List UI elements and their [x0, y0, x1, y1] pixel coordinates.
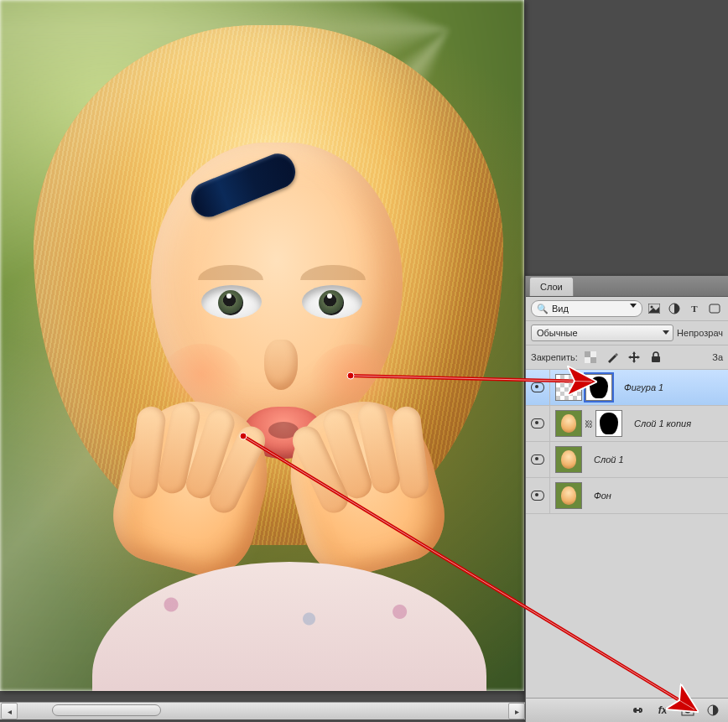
layer-thumbnail[interactable] — [555, 410, 582, 437]
svg-rect-7 — [585, 357, 590, 363]
layer-filter-row: 🔍 Вид T — [526, 297, 728, 321]
layer-mask-thumbnail[interactable] — [595, 410, 622, 437]
layer-name[interactable]: Фон — [587, 491, 611, 501]
lock-row: Закрепить: За — [526, 345, 728, 370]
search-icon: 🔍 — [537, 304, 549, 314]
filter-adjust-icon[interactable] — [666, 300, 683, 317]
svg-rect-9 — [635, 709, 640, 711]
layer-row[interactable]: Фигура 1 — [526, 370, 728, 406]
layer-thumbnail[interactable] — [555, 446, 582, 473]
blend-mode-select[interactable]: Обычные — [531, 325, 673, 341]
layer-filter-value: Вид — [552, 304, 569, 314]
lock-transparent-icon[interactable] — [581, 349, 600, 366]
scroll-left-button[interactable]: ◂ — [1, 703, 18, 719]
document-canvas[interactable] — [0, 0, 524, 691]
layer-row[interactable]: Слой 1 — [526, 442, 728, 478]
visibility-toggle[interactable] — [526, 442, 550, 477]
opacity-label: Непрозрач — [677, 328, 723, 338]
svg-rect-8 — [652, 356, 660, 362]
svg-rect-5 — [590, 357, 596, 363]
lock-move-icon[interactable] — [625, 349, 643, 366]
lock-label: Закрепить: — [531, 352, 578, 362]
scrollbar-track[interactable] — [18, 704, 507, 719]
visibility-toggle[interactable] — [526, 478, 550, 513]
layers-panel: Слои 🔍 Вид T Обычные Непрозрач Закрепить… — [525, 276, 728, 722]
eye-icon — [531, 418, 544, 429]
new-adjust-button[interactable] — [703, 701, 723, 719]
layer-mask-thumbnail[interactable] — [585, 374, 612, 401]
scroll-right-button[interactable]: ▸ — [508, 703, 525, 719]
fill-label: За — [712, 352, 723, 362]
filter-shape-icon[interactable] — [706, 300, 723, 317]
svg-rect-4 — [585, 351, 590, 357]
panel-bottom-bar: fx — [526, 698, 728, 722]
layer-row[interactable]: Фон — [526, 478, 728, 514]
filter-text-icon[interactable]: T — [686, 300, 703, 317]
eye-icon — [531, 454, 544, 465]
photo-content — [0, 0, 524, 691]
fx-button[interactable]: fx — [653, 701, 673, 719]
workspace: ◂ ▸ — [0, 0, 526, 722]
layer-thumbnail[interactable] — [555, 482, 582, 509]
scrollbar-thumb[interactable] — [52, 704, 161, 716]
tab-layers[interactable]: Слои — [529, 277, 574, 296]
horizontal-scrollbar[interactable]: ◂ ▸ — [0, 702, 526, 719]
blend-opacity-row: Обычные Непрозрач — [526, 321, 728, 345]
layer-name[interactable]: Слой 1 копия — [627, 418, 691, 429]
layer-filter-select[interactable]: 🔍 Вид — [531, 300, 642, 317]
svg-rect-6 — [590, 351, 596, 357]
layer-name[interactable]: Слой 1 — [587, 454, 624, 465]
svg-rect-3 — [710, 304, 720, 313]
layers-list: Фигура 1 ⛓ Слой 1 копия Слой 1 — [526, 370, 728, 514]
lock-all-icon[interactable] — [647, 349, 665, 366]
panel-tabbar: Слои — [526, 276, 728, 297]
filter-pixel-icon[interactable] — [646, 300, 663, 317]
blend-mode-value: Обычные — [537, 328, 578, 338]
layer-thumbnail[interactable] — [555, 374, 582, 401]
link-icon[interactable]: ⛓ — [585, 418, 592, 429]
eye-icon — [531, 382, 544, 392]
lock-paint-icon[interactable] — [603, 349, 621, 366]
add-mask-button[interactable] — [678, 701, 698, 719]
layer-name[interactable]: Фигура 1 — [617, 382, 663, 392]
link-layers-button[interactable] — [627, 701, 647, 719]
eye-icon — [531, 491, 544, 501]
visibility-toggle[interactable] — [526, 406, 550, 441]
layer-row[interactable]: ⛓ Слой 1 копия — [526, 406, 728, 442]
visibility-toggle[interactable] — [526, 370, 550, 405]
svg-point-11 — [685, 708, 691, 714]
svg-point-1 — [651, 306, 653, 309]
